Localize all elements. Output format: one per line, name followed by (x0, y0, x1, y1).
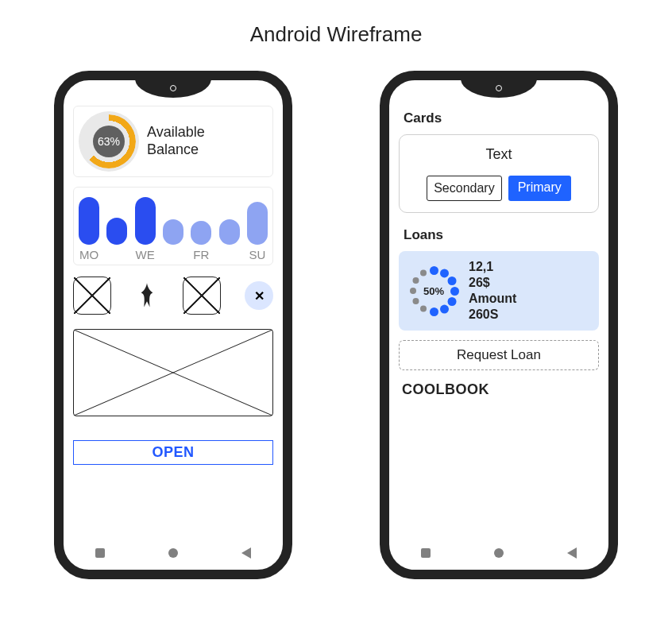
image-placeholder-icon[interactable] (73, 277, 111, 315)
spinner-dot (447, 277, 456, 285)
page-title: Android Wireframe (0, 0, 672, 55)
nav-home-icon[interactable] (168, 548, 178, 558)
donut-value: 63% (93, 126, 125, 157)
spinner-dot (430, 307, 438, 316)
primary-button[interactable]: Primary (508, 176, 571, 201)
phone-camera-icon (170, 85, 176, 91)
loan-value-line: 26$ (469, 275, 516, 291)
icon-row: ✕ (73, 273, 273, 318)
spinner-dot (412, 277, 419, 284)
loan-values: 12,1 26$ Amount 260S (469, 259, 516, 323)
phone-frame-1: 63% Available Balance MOWEFRSU ✕ (54, 71, 292, 579)
spinner-dot (450, 287, 459, 296)
utensils-icon[interactable]: ✕ (245, 281, 273, 310)
footer-brand: COOLBOOK (402, 381, 599, 398)
android-nav-bar (389, 543, 608, 563)
bar (191, 221, 211, 245)
loans-section-title: Loans (404, 227, 599, 243)
phone-side-button (380, 184, 380, 215)
bar-label: FR (191, 248, 211, 261)
cards-section-title: Cards (404, 110, 599, 126)
spinner-dot (440, 269, 449, 277)
bar-label: MO (79, 248, 99, 261)
spinner-dot (430, 266, 438, 275)
loan-value-line: 12,1 (469, 259, 516, 275)
nav-home-icon[interactable] (494, 548, 504, 558)
balance-card[interactable]: 63% Available Balance (73, 106, 273, 177)
nav-back-icon[interactable] (567, 547, 577, 559)
request-loan-button[interactable]: Request Loan (399, 340, 599, 370)
phone-side-button (617, 215, 618, 279)
bar (135, 197, 156, 245)
donut-chart: 63% (79, 111, 139, 172)
bar (163, 219, 183, 245)
image-placeholder-icon[interactable] (183, 277, 221, 315)
image-placeholder-large[interactable] (73, 329, 273, 416)
loan-card[interactable]: 50% 12,1 26$ Amount 260S (399, 251, 599, 331)
phone-side-button (380, 223, 380, 271)
phone2-screen: Cards Text Secondary Primary Loans 50% 1… (392, 99, 605, 538)
loan-value-line: Amount (469, 291, 516, 307)
spinner-dot (447, 297, 456, 306)
spinner-dot (420, 306, 427, 312)
loan-value-line: 260S (469, 307, 516, 323)
phone1-screen: 63% Available Balance MOWEFRSU ✕ (67, 99, 280, 538)
nav-recent-icon[interactable] (421, 548, 431, 558)
loan-progress-spinner-icon: 50% (408, 265, 459, 316)
cards-panel: Text Secondary Primary (399, 134, 599, 213)
phones-row: 63% Available Balance MOWEFRSU ✕ (0, 55, 672, 595)
spinner-dot (410, 288, 416, 294)
spinner-dot (420, 269, 427, 276)
balance-label-line: Available (147, 124, 205, 141)
weekly-bar-chart: MOWEFRSU (73, 187, 273, 265)
phone-camera-icon (496, 85, 502, 91)
balance-label: Available Balance (147, 124, 205, 158)
bar-label (219, 248, 240, 261)
phone-side-button (54, 223, 55, 271)
bar (106, 218, 127, 245)
bar-label (106, 248, 127, 261)
bar (247, 202, 268, 245)
android-nav-bar (64, 543, 283, 563)
bar (79, 197, 99, 245)
phone-side-button (380, 279, 380, 327)
bar (219, 219, 240, 245)
spinner-dot (440, 304, 449, 313)
phone-side-button (292, 215, 292, 279)
card-text-label: Text (407, 146, 590, 163)
secondary-button[interactable]: Secondary (427, 176, 502, 201)
phone-side-button (54, 184, 55, 215)
nav-recent-icon[interactable] (95, 548, 105, 558)
bar-label: WE (135, 248, 156, 261)
open-button[interactable]: OPEN (73, 440, 273, 465)
bar-label (163, 248, 183, 261)
phone-side-button (54, 279, 55, 327)
phone-frame-2: Cards Text Secondary Primary Loans 50% 1… (380, 71, 618, 579)
nav-back-icon[interactable] (241, 547, 251, 559)
bar-label: SU (247, 248, 268, 261)
star-icon[interactable] (135, 282, 159, 309)
balance-label-line: Balance (147, 141, 205, 159)
spinner-dot (412, 298, 419, 304)
